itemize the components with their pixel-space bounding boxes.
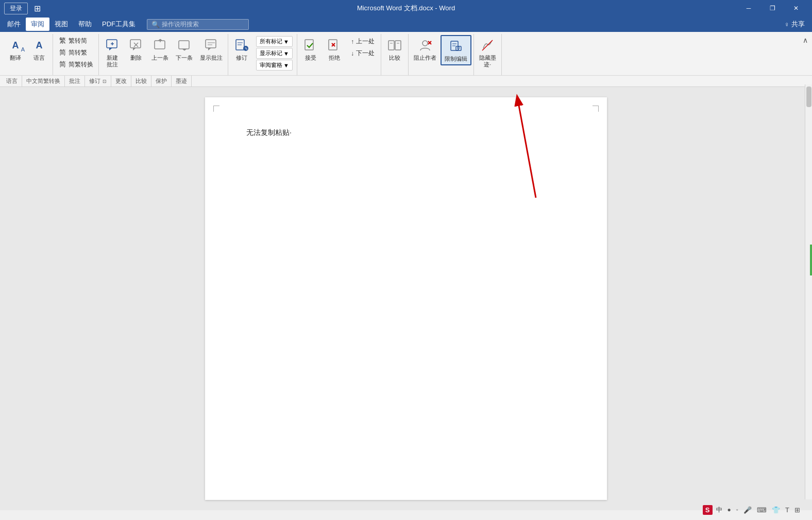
menu-pdf-tools[interactable]: PDF工具集 — [97, 18, 141, 31]
delete-comment-button[interactable]: 删除 — [125, 35, 147, 63]
chinese-convert-items: 繁 繁转简 简 简转繁 简 简繁转换 — [55, 35, 96, 74]
restrict-editing-icon — [448, 38, 464, 55]
close-button[interactable]: ✕ — [784, 0, 808, 16]
right-scrollbar[interactable] — [805, 84, 812, 499]
tracking-expand-icon[interactable]: ⊡ — [103, 79, 107, 84]
menu-bar: 邮件 审阅 视图 帮助 PDF工具集 🔍 ♀ 共享 — [0, 16, 812, 32]
track-changes-label: 修订 — [236, 55, 247, 61]
menu-view[interactable]: 视图 — [49, 18, 73, 31]
new-comment-icon — [104, 37, 121, 54]
show-marks-arrow: ▼ — [283, 50, 289, 57]
document-area[interactable]: 无法复制粘贴· — [0, 87, 812, 510]
jianti-to-fanti-button[interactable]: 简 简转繁 — [55, 47, 96, 58]
up-arrow-icon: ↑ — [351, 38, 354, 45]
review-pane-label: 审阅窗格 — [260, 61, 282, 69]
ribbon-group-comments: 新建批注 删除 — [99, 34, 228, 75]
ribbon-group-chinese-convert: 繁 繁转简 简 简转繁 简 简繁转换 — [53, 34, 99, 75]
all-marks-dropdown[interactable]: 所有标记 ▼ — [256, 36, 293, 47]
ribbon: A A 翻译 A 语言 繁 繁转简 — [0, 32, 812, 87]
document-page: 无法复制粘贴· — [205, 97, 607, 500]
search-box[interactable]: 🔍 — [147, 19, 249, 30]
fanti-to-jianti-button[interactable]: 繁 繁转简 — [55, 35, 96, 46]
prev-change-label: 上一处 — [356, 37, 375, 46]
translate-button[interactable]: A A 翻译 — [4, 35, 27, 63]
menu-help[interactable]: 帮助 — [73, 18, 97, 31]
layout-icon[interactable]: ⊞ — [34, 4, 41, 13]
scroll-thumb[interactable] — [806, 86, 811, 107]
show-marks-dropdown[interactable]: 显示标记 ▼ — [256, 48, 293, 59]
document-content[interactable]: 无法复制粘贴· — [246, 128, 566, 137]
doc-text-content: 无法复制粘贴· — [246, 128, 292, 136]
compare-button[interactable]: 比较 — [383, 35, 406, 63]
keyboard-icon[interactable]: ⌨ — [755, 505, 768, 515]
footer-comments-label: 批注 — [69, 77, 80, 85]
show-comments-label: 显示批注 — [200, 55, 223, 61]
svg-rect-21 — [395, 41, 401, 50]
compare-label: 比较 — [389, 55, 400, 61]
footer-tracking-label: 修订 — [89, 77, 100, 85]
tracking-dropdowns: 所有标记 ▼ 显示标记 ▼ 审阅窗格 ▼ — [254, 35, 295, 72]
footer-chinese-label: 中文简繁转换 — [26, 77, 60, 85]
sogou-icon[interactable]: S — [703, 505, 713, 515]
prev-comment-icon — [152, 37, 168, 54]
new-comment-button[interactable]: 新建批注 — [101, 35, 124, 70]
hide-ink-icon — [479, 37, 496, 54]
window-controls: ─ ❐ ✕ — [737, 0, 808, 16]
share-button[interactable]: ♀ 共享 — [779, 18, 810, 31]
prev-comment-button[interactable]: 上一条 — [148, 35, 172, 63]
grid-icon[interactable]: ⊞ — [793, 505, 802, 515]
menu-review[interactable]: 审阅 — [26, 18, 49, 31]
reject-button[interactable]: 拒绝 — [323, 35, 346, 63]
restrict-editing-label: 限制编辑 — [445, 56, 467, 62]
block-authors-button[interactable]: 阻止作者 — [411, 35, 439, 63]
search-input[interactable] — [162, 21, 244, 28]
svg-text:✎: ✎ — [245, 47, 248, 50]
login-button[interactable]: 登录 — [4, 3, 28, 14]
title-bar: 登录 ⊞ Microsoft Word 文档.docx - Word ─ ❐ ✕ — [0, 0, 812, 16]
review-pane-dropdown[interactable]: 审阅窗格 ▼ — [256, 60, 293, 71]
ribbon-group-compare: 比较 — [381, 34, 409, 75]
shirt-icon[interactable]: 👕 — [770, 505, 782, 515]
share-icon: ♀ — [784, 21, 789, 28]
ime-dot2-icon[interactable]: ◦ — [735, 505, 740, 514]
fanti-icon: 繁 — [58, 36, 66, 45]
ribbon-footer: 语言 中文简繁转换 批注 修订 ⊡ 更改 比较 保护 墨迹 — [0, 75, 812, 86]
svg-line-33 — [482, 40, 493, 50]
down-arrow-icon: ↓ — [351, 50, 354, 57]
delete-label: 删除 — [130, 55, 142, 61]
taskbar: S 中 ● ◦ 🎤 ⌨ 👕 T ⊞ — [703, 499, 812, 520]
block-authors-label: 阻止作者 — [414, 55, 436, 61]
restrict-editing-button[interactable]: 限制编辑 — [441, 35, 471, 65]
ribbon-group-language: A A 翻译 A 语言 — [2, 34, 53, 75]
t-icon[interactable]: T — [784, 505, 791, 515]
jianti-icon: 简 — [58, 48, 66, 57]
accept-button[interactable]: 接受 — [299, 35, 322, 63]
prev-change-button[interactable]: ↑ 上一处 — [348, 36, 378, 47]
language-button[interactable]: A 语言 — [28, 35, 50, 63]
ribbon-group-tracking: ✎ 修订 所有标记 ▼ 显示标记 ▼ 审阅窗格 — [228, 34, 297, 75]
footer-protect-label: 保护 — [156, 77, 167, 85]
menu-mail[interactable]: 邮件 — [2, 18, 26, 31]
expand-ribbon-icon[interactable]: ∧ — [803, 36, 808, 44]
show-comments-button[interactable]: 显示批注 — [197, 35, 226, 63]
jianti-fanti-convert-button[interactable]: 简 简繁转换 — [55, 59, 96, 70]
minimize-button[interactable]: ─ — [737, 0, 760, 16]
next-change-button[interactable]: ↓ 下一处 — [348, 48, 378, 59]
window-title: Microsoft Word 文档.docx - Word — [357, 4, 455, 13]
restore-button[interactable]: ❐ — [760, 0, 784, 16]
track-changes-button[interactable]: ✎ 修订 — [230, 35, 253, 63]
ribbon-expand[interactable]: ∧ — [801, 34, 810, 46]
track-changes-icon: ✎ — [233, 37, 250, 54]
mic-icon[interactable]: 🎤 — [742, 505, 753, 515]
ime-cn-icon[interactable]: 中 — [715, 505, 724, 515]
compare-icon — [386, 37, 403, 54]
title-left: 登录 ⊞ — [4, 3, 41, 14]
footer-tracking: 修订 ⊡ — [85, 76, 111, 86]
hide-ink-button[interactable]: 隐藏墨迹· — [476, 35, 499, 70]
footer-chinese-convert: 中文简繁转换 — [22, 76, 65, 86]
language-label: 语言 — [33, 55, 45, 61]
svg-rect-20 — [388, 41, 394, 50]
next-comment-button[interactable]: 下一条 — [173, 35, 196, 63]
new-comment-label: 新建批注 — [107, 55, 118, 68]
ime-dot-icon[interactable]: ● — [726, 505, 733, 514]
